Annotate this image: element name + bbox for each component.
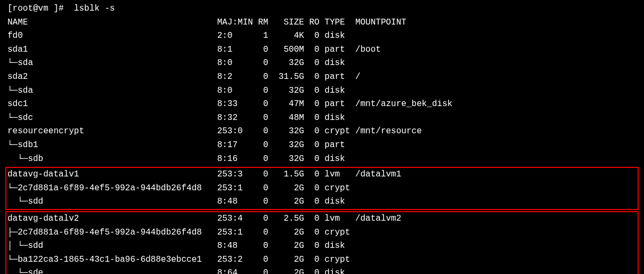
table-row: ├─2c7d881a-6f89-4ef5-992a-944bdb26f4d8 2… — [7, 226, 637, 240]
table-row: └─sdb 8:16 0 32G 0 disk — [7, 152, 637, 166]
table-row: └─sde 8:64 0 2G 0 disk — [7, 267, 637, 274]
terminal-prompt: [root@vm ]# lsblk -s — [7, 2, 637, 16]
table-row: └─sdb1 8:17 0 32G 0 part — [7, 139, 637, 152]
table-row: fd0 2:0 1 4K 0 disk — [7, 29, 637, 43]
table-row: resourceencrypt 253:0 0 32G 0 crypt /mnt… — [7, 125, 637, 139]
table-row: └─sdc 8:32 0 48M 0 disk — [7, 111, 637, 125]
header-row: NAME MAJ:MIN RM SIZE RO TYPE MOUNTPOINT — [7, 16, 637, 30]
table-row: └─2c7d881a-6f89-4ef5-992a-944bdb26f4d8 2… — [7, 182, 637, 196]
table-row: sda2 8:2 0 31.5G 0 part / — [7, 70, 637, 84]
table-row: └─sda 8:0 0 32G 0 disk — [7, 84, 637, 98]
table-row: sda1 8:1 0 500M 0 part /boot — [7, 43, 637, 57]
table-row: sdc1 8:33 0 47M 0 part /mnt/azure_bek_di… — [7, 98, 637, 111]
highlight-box-1: datavg-datalv1 253:3 0 1.5G 0 lvm /datal… — [5, 167, 639, 210]
table-row: │ └─sdd 8:48 0 2G 0 disk — [7, 239, 637, 253]
table-row: └─sdd 8:48 0 2G 0 disk — [7, 195, 637, 209]
highlight-box-2: datavg-datalv2 253:4 0 2.5G 0 lvm /datal… — [5, 211, 639, 274]
table-row: └─sda 8:0 0 32G 0 disk — [7, 57, 637, 70]
table-row: datavg-datalv1 253:3 0 1.5G 0 lvm /datal… — [7, 168, 637, 182]
table-row: └─ba122ca3-1865-43c1-ba96-6d88e3ebcce1 2… — [7, 253, 637, 267]
table-row: datavg-datalv2 253:4 0 2.5G 0 lvm /datal… — [7, 212, 637, 226]
